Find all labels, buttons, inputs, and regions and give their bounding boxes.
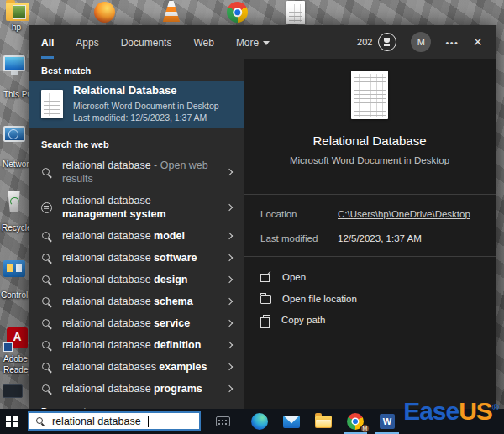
last-modified-value: 12/5/2023, 1:37 AM [338, 233, 479, 243]
last-modified-label: Last modified [260, 233, 338, 243]
account-avatar[interactable]: M [411, 32, 431, 52]
location-link[interactable]: C:\Users\hp\OneDrive\Desktop [338, 209, 479, 219]
preview-title: Relational Database [252, 133, 487, 148]
search-tabs: All Apps Documents Web [41, 25, 270, 59]
search-icon [41, 384, 52, 395]
vlc-icon [162, 1, 181, 22]
taskbar-mail[interactable] [276, 409, 307, 434]
document-icon [286, 1, 305, 24]
control-panel-icon [3, 260, 25, 277]
windows-logo-icon [6, 416, 18, 427]
web-suggestion-row[interactable]: relational database software [29, 247, 244, 269]
start-button[interactable] [0, 409, 24, 434]
chevron-right-icon[interactable] [226, 276, 233, 283]
desktop-icon-chrome[interactable] [227, 2, 248, 23]
desktop-icon-drive[interactable] [3, 384, 23, 398]
drive-icon [3, 384, 23, 398]
taskbar-file-explorer[interactable] [307, 409, 339, 434]
touch-keyboard-button[interactable] [208, 409, 237, 434]
result-preview-pane: Relational Database Microsoft Word Docum… [244, 59, 496, 409]
desktop-icon-vlc[interactable] [162, 1, 181, 22]
search-tab[interactable]: Apps [76, 25, 98, 59]
search-icon [41, 167, 52, 178]
desktop-label-hp: hp [12, 23, 21, 32]
search-the-web-header: Search the web [29, 128, 244, 154]
location-label: Location [260, 209, 338, 219]
search-icon [41, 231, 52, 242]
search-tab[interactable]: More [236, 25, 270, 59]
open-icon [260, 272, 271, 283]
web-suggestion-row[interactable]: relational database - Open web results [29, 154, 244, 190]
desktop-icon-control-panel[interactable] [3, 260, 25, 277]
taskbar-search-box[interactable]: relational database [28, 411, 201, 431]
search-icon [41, 253, 52, 264]
search-tab[interactable]: Documents [121, 25, 172, 59]
best-match-result[interactable]: Relational Database Microsoft Word Docum… [29, 81, 244, 128]
file-action-row[interactable]: Open [260, 266, 479, 288]
search-tab[interactable]: All [41, 25, 54, 59]
adobe-reader-icon [7, 327, 28, 348]
chevron-right-icon[interactable] [226, 169, 233, 175]
chevron-right-icon[interactable] [226, 385, 233, 392]
search-icon [41, 318, 52, 329]
web-suggestion-row[interactable]: relational database programs [29, 378, 244, 400]
file-action-row[interactable]: Open file location [260, 288, 479, 309]
best-match-modified: Last modified: 12/5/2023, 1:37 AM [73, 112, 219, 124]
mail-icon [283, 416, 300, 428]
search-icon [41, 362, 52, 373]
rewards-points: 202 [357, 37, 372, 47]
web-suggestion-row[interactable]: relational database design [29, 269, 244, 290]
chevron-right-icon[interactable] [226, 204, 233, 211]
desktop-icon-network[interactable] [3, 126, 25, 142]
chevron-right-icon[interactable] [226, 363, 233, 370]
chevron-right-icon[interactable] [226, 254, 233, 261]
edge-icon [251, 413, 268, 430]
chevron-right-icon[interactable] [226, 298, 233, 305]
search-input[interactable]: relational database [52, 416, 141, 427]
desktop-icon-this-pc[interactable] [3, 55, 25, 71]
folder-icon [6, 3, 29, 21]
web-suggestion-row[interactable]: relational database service [29, 312, 244, 334]
file-details: Location C:\Users\hp\OneDrive\Desktop La… [244, 195, 496, 256]
search-panel-header: All Apps Documents Web [29, 25, 496, 59]
more-options-icon[interactable] [445, 34, 459, 50]
web-suggestion-row[interactable]: relational databases examples [29, 356, 244, 378]
documents-header: Documents [29, 400, 244, 409]
chevron-right-icon[interactable] [226, 233, 233, 239]
search-icon [41, 275, 52, 285]
search-tab[interactable]: Web [193, 25, 213, 59]
copy-icon [263, 315, 270, 324]
web-suggestion-row[interactable]: relational database definition [29, 334, 244, 356]
recycle-bin-icon [7, 191, 21, 212]
firefox-icon [94, 2, 115, 23]
search-icon [35, 416, 45, 426]
search-results-list: Best match Relational Database Microsoft… [29, 59, 244, 409]
web-suggestions-list: relational database - Open web results r… [29, 154, 244, 400]
chevron-right-icon[interactable] [226, 342, 233, 348]
desktop-icon-firefox[interactable] [94, 2, 115, 23]
taskbar-edge[interactable] [244, 409, 276, 434]
web-suggestion-row[interactable]: relational database model [29, 225, 244, 247]
desktop-icon-recycle-bin[interactable] [7, 191, 21, 212]
document-thumbnail [351, 71, 388, 119]
touch-keyboard-icon [216, 416, 230, 426]
file-action-row[interactable]: Copy path [260, 309, 479, 330]
shortcut-badge-icon [3, 342, 13, 352]
desktop-icon-hp-folder[interactable] [6, 3, 29, 21]
rewards-button[interactable]: 202 [357, 33, 396, 51]
chevron-right-icon[interactable] [226, 320, 233, 327]
best-match-header: Best match [29, 59, 244, 81]
taskbar-word[interactable] [371, 409, 403, 434]
file-explorer-icon [315, 416, 332, 428]
folder-icon [260, 295, 271, 304]
search-icon [41, 296, 52, 307]
easeus-watermark: EaseUS® [403, 399, 499, 424]
desktop-icon-document[interactable] [286, 1, 305, 24]
file-actions: Open Open file location Copy path [244, 257, 496, 339]
desktop-icon-adobe-reader[interactable] [7, 327, 28, 348]
web-suggestion-row[interactable]: relational database schema [29, 290, 244, 312]
close-icon[interactable] [473, 34, 482, 50]
taskbar-chrome[interactable]: M [339, 409, 371, 434]
search-icon [41, 340, 52, 351]
web-suggestion-row[interactable]: relational database management system [29, 190, 244, 225]
